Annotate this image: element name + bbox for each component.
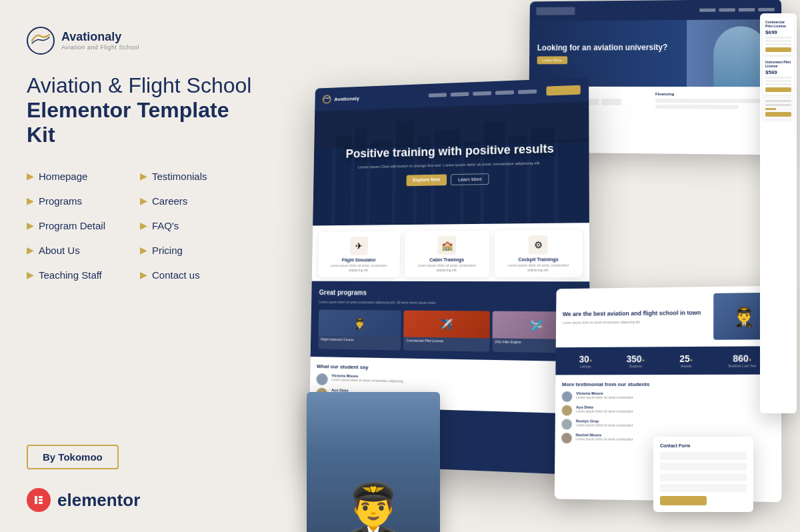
nav-item-programs[interactable]: ▶ Programs xyxy=(27,189,140,213)
nav-label-homepage: Homepage xyxy=(39,171,87,182)
nav-item-program-detail[interactable]: ▶ Program Detail xyxy=(27,213,140,238)
contact-field-1[interactable] xyxy=(660,452,747,460)
nav-label-testimonials: Testimonials xyxy=(152,171,207,182)
nav-item-testimonials[interactable]: ▶ Testimonials xyxy=(140,164,253,189)
heading-line2: Elementor Template Kit xyxy=(27,98,253,147)
heading-line1: Aviation & Flight School xyxy=(27,73,251,97)
fr-card-2: Instrument Pilot License $569 xyxy=(763,57,794,95)
nav-item-careers[interactable]: ▶ Careers xyxy=(140,189,253,213)
fr-card-1: Commercial Pilot License $699 xyxy=(763,17,794,55)
br-test-item-2: Aya Dietz Lorem ipsum dolor sit amet con… xyxy=(562,405,775,417)
nav-col-2: ▶ Testimonials ▶ Careers ▶ FAQ's ▶ Prici… xyxy=(140,164,253,429)
fr-card-line xyxy=(765,80,791,82)
br-staff-icon: 👨‍✈️ xyxy=(732,305,755,327)
ms-card-text-flight: Lorem ipsum dolor sit amet, consectetur … xyxy=(323,263,395,272)
ms-nav-logo-area: Avationaly xyxy=(323,93,359,103)
nav-arrow-icon: ▶ xyxy=(140,270,147,280)
ms-nav-logo-icon xyxy=(323,95,331,104)
fr-card-price-1: $699 xyxy=(765,29,791,35)
br-stat-num-2: 350+ xyxy=(627,353,645,364)
nav-arrow-icon: ▶ xyxy=(27,171,33,181)
fr-card-btn-2[interactable] xyxy=(765,87,791,92)
svg-rect-3 xyxy=(39,499,43,501)
br-top-section: We are the best aviation and flight scho… xyxy=(556,286,781,348)
logo-text-block: Avationaly Aviation and Flight School xyxy=(61,31,139,51)
br-test-avatar-1 xyxy=(562,391,573,402)
ms-prog-img-2: ✈️ xyxy=(404,311,490,339)
br-stat-label-2: Students xyxy=(627,364,645,368)
fr-card-line xyxy=(765,37,791,39)
fr-card-label-2: Instrument Pilot License xyxy=(765,60,791,68)
fr-card-btn-1[interactable] xyxy=(765,47,791,52)
by-tokomoo-badge: By Tokomoo xyxy=(27,445,119,469)
fr-card-line xyxy=(765,83,791,85)
ms-test-avatar-1 xyxy=(316,373,327,385)
br-test-content-3: Roslyn Gray Lorem ipsum dolor sit amet c… xyxy=(576,419,633,428)
br-test-content-4: Rachel Moore Lorem ipsum dolor sit amet … xyxy=(576,433,633,441)
svg-rect-17 xyxy=(558,138,589,223)
nav-label-program-detail: Program Detail xyxy=(39,220,105,231)
br-test-avatar-2 xyxy=(562,405,573,416)
nav-item-contact[interactable]: ▶ Contact us xyxy=(140,263,253,287)
contact-field-2[interactable] xyxy=(660,463,747,471)
contact-form-title: Contact Form xyxy=(660,443,747,448)
tr-logo xyxy=(536,7,575,15)
svg-rect-4 xyxy=(39,502,43,504)
fr-card-line xyxy=(765,100,791,102)
tr-hero-text: Looking for an aviation university? Lear… xyxy=(537,43,668,65)
tr-finance-line xyxy=(655,105,739,109)
ms-card-cabin: 🏫 Cabin Trainings Lorem ipsum dolor sit … xyxy=(405,231,489,277)
nav-label-careers: Careers xyxy=(152,195,187,207)
br-stat-label-4: Students Last Year xyxy=(728,364,757,368)
ms-hero-learn-btn[interactable]: Learn More xyxy=(451,174,489,186)
br-test-item-1: Victoria Moore Lorem ipsum dolor sit ame… xyxy=(562,391,775,402)
tr-finance-title: Financing xyxy=(655,92,775,96)
br-test-title: More testimonial from our students xyxy=(562,381,775,387)
ms-hero-explore-btn[interactable]: Explore Now xyxy=(406,175,447,187)
ms-hero-subtitle: Lorem ipsum Click edit button to change … xyxy=(345,160,554,170)
nav-label-pricing: Pricing xyxy=(152,245,183,256)
ms-card-title-cockpit: Cockpit Trainings xyxy=(500,257,577,261)
nav-arrow-icon: ▶ xyxy=(27,221,33,231)
nav-item-teaching-staff[interactable]: ▶ Teaching Staff xyxy=(27,263,140,287)
ms-prog-img-1: 👨‍✈️ xyxy=(319,310,401,337)
br-stat-label-1: Listings xyxy=(579,365,593,369)
nav-arrow-icon: ▶ xyxy=(140,245,147,255)
nav-item-about-us[interactable]: ▶ About Us xyxy=(27,238,140,263)
nav-item-faqs[interactable]: ▶ FAQ's xyxy=(140,213,253,238)
ms-card-icon-cabin: 🏫 xyxy=(437,236,456,255)
ms-card-icon-flight: ✈ xyxy=(350,237,368,255)
brand-subtitle: Aviation and Flight School xyxy=(61,44,139,51)
logo-area: Avationaly Aviation and Flight School xyxy=(27,27,253,55)
fr-card-btn-3[interactable] xyxy=(765,112,791,117)
nav-arrow-icon: ▶ xyxy=(140,196,147,206)
nav-item-pricing[interactable]: ▶ Pricing xyxy=(140,238,253,263)
contact-submit-btn[interactable] xyxy=(660,496,707,505)
brand-name: Avationaly xyxy=(61,31,139,44)
ms-card-title-flight: Flight Simulator xyxy=(323,257,395,262)
fr-card-price-3 xyxy=(765,108,776,110)
tr-header xyxy=(530,0,782,21)
contact-field-4[interactable] xyxy=(660,484,747,492)
br-stat-label-3: Awards xyxy=(679,364,693,368)
ms-prog-label-1: Flight Instructor Course xyxy=(318,336,401,344)
br-test-text-1: Lorem ipsum dolor sit amet consectetur xyxy=(576,395,633,399)
tr-hero: Looking for an aviation university? Lear… xyxy=(529,19,782,87)
nav-item-homepage[interactable]: ▶ Homepage xyxy=(27,164,140,189)
br-test-content-1: Victoria Moore Lorem ipsum dolor sit ame… xyxy=(576,391,633,399)
fr-card-3 xyxy=(763,97,794,119)
elementor-icon xyxy=(27,488,51,512)
br-best-school: We are the best aviation and flight scho… xyxy=(563,309,709,325)
ms-nav-link xyxy=(429,93,447,97)
ms-programs: Great programs Lorem ipsum dolor sit ame… xyxy=(311,281,590,362)
ms-card-flight-sim: ✈ Flight Simulator Lorem ipsum dolor sit… xyxy=(318,231,400,277)
br-test-avatar-3 xyxy=(561,419,572,429)
fr-card-line xyxy=(765,40,791,42)
main-title: Aviation & Flight School Elementor Templ… xyxy=(27,73,253,147)
right-panel: Looking for an aviation university? Lear… xyxy=(267,0,800,532)
fr-card-line xyxy=(765,104,791,106)
fr-card-line xyxy=(765,77,791,79)
ms-hero-text: Positive training with positive results … xyxy=(345,141,554,187)
br-stat-num-1: 30+ xyxy=(579,354,593,365)
contact-field-3[interactable] xyxy=(660,473,747,481)
